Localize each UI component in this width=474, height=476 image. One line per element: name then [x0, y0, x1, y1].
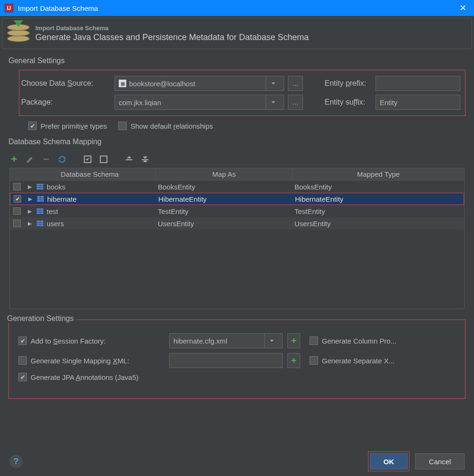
map-as-cell: HibernateEntity [156, 195, 293, 203]
table-row[interactable]: ▶hibernateHibernateEntityHibernateEntity [10, 193, 464, 205]
select-all-button[interactable] [83, 155, 92, 164]
package-browse-button[interactable]: … [288, 95, 303, 110]
entity-prefix-label: Entity prefix: [325, 79, 372, 88]
collapse-all-button[interactable] [140, 155, 150, 164]
checkbox-icon [118, 122, 127, 130]
row-checkbox[interactable] [14, 195, 21, 203]
col-schema[interactable]: Database Schema [24, 168, 156, 180]
banner-title-small: Import Database Schema [35, 25, 309, 32]
expand-icon[interactable]: ▶ [28, 221, 33, 227]
expand-all-button[interactable] [124, 155, 134, 164]
data-source-label: Choose Data Source: [21, 79, 111, 88]
add-to-session-checkbox[interactable]: Add to Session Factory: [18, 336, 164, 345]
table-icon [36, 220, 44, 227]
row-checkbox[interactable] [13, 183, 21, 190]
dialog-banner: Import Database Schema Generate Java Cla… [2, 18, 472, 49]
checkbox-icon [18, 356, 27, 365]
table-icon [36, 207, 44, 215]
window-title: Import Database Schema [18, 4, 457, 12]
edit-button[interactable] [25, 155, 35, 164]
entity-suffix-input[interactable] [376, 95, 460, 110]
generation-section-label: Generation Settings [4, 314, 76, 323]
package-label: Package: [21, 98, 111, 107]
show-default-rel-label: Show default relationships [131, 122, 213, 130]
general-highlight-box: Choose Data Source: ▦ bookstore@localhos… [19, 70, 466, 116]
help-button[interactable]: ? [9, 455, 23, 468]
general-settings-label: General Settings [0, 49, 474, 70]
generate-separate-xml-checkbox[interactable]: Generate Separate X... [310, 356, 456, 365]
close-icon[interactable]: ✕ [457, 3, 469, 13]
checkbox-icon [18, 373, 27, 381]
generate-single-xml-checkbox[interactable]: Generate Single Mapping XML: [18, 356, 164, 365]
table-row[interactable]: ▶testTestEntityTestEntity [10, 205, 464, 217]
titlebar: IJ Import Database Schema ✕ [0, 0, 474, 16]
map-as-cell: UsersEntity [156, 220, 293, 228]
mapping-toolbar: + − [0, 151, 474, 168]
table-header: Database Schema Map As Mapped Type [10, 168, 464, 181]
data-source-combo[interactable]: ▦ bookstore@localhost [114, 76, 284, 91]
single-mapping-input[interactable] [169, 353, 283, 368]
map-as-cell: BooksEntity [156, 183, 293, 191]
session-factory-combo[interactable]: hibernate.cfg.xml [169, 333, 283, 348]
show-default-relationships-checkbox[interactable]: Show default relationships [118, 122, 213, 130]
expand-icon[interactable]: ▶ [28, 184, 33, 190]
col-mapped-type[interactable]: Mapped Type [293, 168, 464, 180]
ok-button[interactable]: OK [370, 453, 408, 469]
generate-jpa-label: Generate JPA Annotations (Java5) [31, 373, 139, 381]
entity-suffix-label: Entity suffix: [325, 98, 372, 107]
generate-separate-xml-label: Generate Separate X... [322, 357, 394, 365]
banner-title-large: Generate Java Classes and Persistence Me… [35, 33, 309, 42]
session-factory-value: hibernate.cfg.xml [173, 337, 227, 345]
col-map-as[interactable]: Map As [156, 168, 293, 180]
checkbox-icon [310, 336, 318, 345]
generation-settings-panel: Generation Settings Add to Session Facto… [8, 320, 466, 399]
generate-column-props-label: Generate Column Pro... [322, 337, 396, 345]
package-combo[interactable]: com.jkx.liqian [114, 95, 284, 110]
data-source-value: bookstore@localhost [129, 80, 195, 88]
mapped-type-cell: TestEntity [293, 207, 464, 215]
row-checkbox[interactable] [13, 220, 21, 227]
schema-name: books [47, 183, 65, 191]
mapping-table: Database Schema Map As Mapped Type ▶book… [9, 168, 465, 309]
database-import-icon [7, 22, 30, 45]
add-to-session-label: Add to Session Factory: [31, 337, 106, 345]
refresh-button[interactable] [57, 155, 67, 164]
expand-icon[interactable]: ▶ [28, 208, 33, 214]
data-source-browse-button[interactable]: … [288, 76, 303, 91]
table-icon [37, 195, 44, 203]
chevron-down-icon[interactable] [264, 334, 278, 348]
cancel-button[interactable]: Cancel [415, 453, 465, 469]
chevron-down-icon[interactable] [266, 76, 280, 90]
checkbox-icon [28, 122, 37, 130]
table-row[interactable]: ▶booksBooksEntityBooksEntity [10, 181, 464, 193]
mapped-type-cell: UsersEntity [293, 220, 464, 228]
remove-button[interactable]: − [41, 155, 51, 164]
checkbox-icon [310, 356, 318, 365]
add-button[interactable]: + [9, 155, 19, 164]
schema-name: hibernate [47, 195, 77, 203]
checkbox-icon [18, 336, 27, 345]
table-icon [36, 183, 44, 190]
chevron-down-icon[interactable] [266, 95, 280, 109]
row-checkbox[interactable] [13, 207, 21, 215]
schema-name: users [47, 220, 64, 228]
generate-jpa-checkbox[interactable]: Generate JPA Annotations (Java5) [18, 373, 164, 381]
prefer-primitive-checkbox[interactable]: Prefer primitive types [28, 122, 107, 130]
mapping-section-label: Database Schema Mapping [0, 130, 474, 151]
dialog-footer: ? OK Cancel [0, 451, 474, 471]
app-icon: IJ [5, 4, 13, 12]
package-value: com.jkx.liqian [119, 98, 161, 107]
entity-prefix-input[interactable] [376, 76, 460, 91]
svg-rect-1 [100, 156, 107, 163]
generate-column-props-checkbox[interactable]: Generate Column Pro... [310, 336, 456, 345]
single-mapping-add-button[interactable]: + [287, 353, 300, 368]
prefer-primitive-label: Prefer primitive types [41, 122, 107, 130]
table-row[interactable]: ▶usersUsersEntityUsersEntity [10, 217, 464, 230]
deselect-all-button[interactable] [99, 155, 108, 164]
schema-name: test [47, 207, 58, 215]
session-add-button[interactable]: + [287, 333, 300, 348]
datasource-icon: ▦ [119, 80, 126, 87]
generate-single-xml-label: Generate Single Mapping XML: [31, 357, 129, 365]
map-as-cell: TestEntity [156, 207, 293, 215]
expand-icon[interactable]: ▶ [28, 196, 34, 202]
